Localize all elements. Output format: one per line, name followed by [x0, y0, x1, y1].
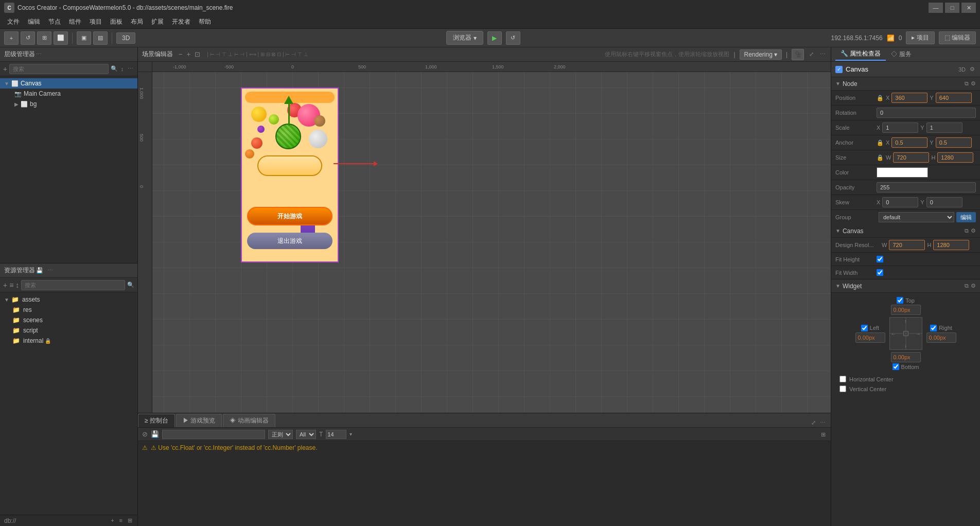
asset-item-res[interactable]: 📁 res — [0, 305, 137, 315]
anchor-x-input[interactable] — [891, 137, 927, 148]
tree-item-main-camera[interactable]: 📷 Main Camera — [0, 89, 137, 99]
tab-service[interactable]: ◇ 服务 — [886, 48, 916, 60]
tree-item-bg[interactable]: ▶ ⬜ bg — [0, 99, 137, 109]
hierarchy-search-input[interactable] — [9, 64, 108, 74]
zoom-out-icon[interactable]: − — [177, 50, 184, 58]
editor-button[interactable]: ⬚ 编辑器 — [939, 31, 976, 44]
asset-item-script[interactable]: 📁 script — [0, 325, 137, 336]
position-x-input[interactable] — [891, 93, 927, 103]
menu-edit[interactable]: 编辑 — [24, 16, 44, 28]
assets-more-icon[interactable]: ⋯ — [46, 266, 54, 275]
node-section-header[interactable]: ▼ Node ⧉ ⚙ — [831, 77, 980, 91]
canvas-section-settings-icon[interactable]: ⚙ — [971, 227, 976, 234]
node-section-copy-icon[interactable]: ⧉ — [965, 80, 969, 87]
rendering-button[interactable]: Rendering ▾ — [740, 49, 782, 60]
toolbar-3d-button[interactable]: 3D — [116, 32, 135, 44]
console-right-icon[interactable]: ⊞ — [820, 430, 827, 439]
menu-layout[interactable]: 布局 — [127, 16, 147, 28]
assets-bottom-list[interactable]: ≡ — [118, 516, 124, 525]
left-checkbox[interactable] — [861, 325, 868, 331]
node-active-checkbox[interactable]: ✓ — [835, 66, 843, 73]
design-h-input[interactable] — [933, 240, 969, 250]
top-input[interactable] — [891, 305, 921, 315]
toolbar-align-button[interactable]: ▤ — [93, 31, 108, 45]
console-regex-select[interactable]: 正则 — [268, 430, 293, 439]
start-game-button[interactable]: 开始游戏 — [247, 207, 332, 225]
canvas-section-copy-icon[interactable]: ⧉ — [965, 227, 969, 234]
left-input[interactable] — [855, 332, 885, 343]
group-select[interactable]: default — [879, 212, 954, 222]
hierarchy-add-button[interactable]: + — [3, 65, 7, 73]
position-y-input[interactable] — [936, 93, 972, 103]
toolbar-refresh-button[interactable]: ↺ — [21, 31, 35, 45]
horizontal-center-checkbox[interactable] — [839, 376, 846, 382]
color-swatch[interactable] — [877, 167, 928, 178]
bottom-input[interactable] — [891, 352, 921, 362]
menu-extend[interactable]: 扩展 — [147, 16, 168, 28]
menu-file[interactable]: 文件 — [3, 16, 24, 28]
browser-button[interactable]: 浏览器 ▾ — [446, 31, 483, 45]
menu-project[interactable]: 项目 — [85, 16, 106, 28]
vertical-center-checkbox[interactable] — [839, 385, 846, 392]
console-font-size-input[interactable] — [326, 430, 346, 439]
console-expand-icon[interactable]: ⤢ — [810, 418, 817, 427]
assets-search-input[interactable] — [21, 280, 125, 290]
widget-section-copy-icon[interactable]: ⧉ — [965, 283, 969, 289]
exit-game-button[interactable]: 退出游戏 — [247, 233, 332, 249]
anchor-lock-icon[interactable]: 🔒 — [877, 139, 884, 146]
zoom-fit-icon[interactable]: ⊡ — [193, 50, 202, 58]
fit-height-checkbox[interactable] — [877, 256, 883, 262]
maximize-button[interactable]: □ — [945, 3, 959, 13]
play-button[interactable]: ▶ — [487, 31, 502, 45]
tree-item-canvas[interactable]: ▼ ⬜ Canvas — [0, 78, 137, 89]
minimize-button[interactable]: — — [929, 3, 943, 13]
tab-inspector[interactable]: 🔧 属性检查器 — [835, 48, 886, 61]
toolbar-add-button[interactable]: + — [4, 31, 19, 45]
widget-section-settings-icon[interactable]: ⚙ — [971, 283, 976, 289]
scene-more-icon[interactable]: ⋯ — [819, 50, 827, 59]
top-checkbox[interactable] — [897, 297, 903, 304]
size-lock-icon[interactable]: 🔒 — [877, 154, 884, 161]
console-clear-button[interactable]: ⊘ — [142, 430, 148, 438]
console-font-dropdown[interactable]: ▾ — [349, 431, 352, 437]
zoom-in-icon[interactable]: + — [185, 50, 192, 58]
group-edit-button[interactable]: 编辑 — [956, 212, 976, 222]
assets-add-button[interactable]: + — [3, 281, 7, 289]
camera-toggle-button[interactable]: 🎥 — [792, 49, 804, 60]
scene-expand-icon[interactable]: ⤢ — [808, 50, 815, 59]
reload-button[interactable]: ↺ — [506, 31, 520, 45]
opacity-input[interactable] — [877, 182, 976, 192]
menu-component[interactable]: 组件 — [65, 16, 85, 28]
size-h-input[interactable] — [937, 152, 973, 163]
right-checkbox[interactable] — [930, 325, 937, 331]
toolbar-grid-button[interactable]: ⊞ — [37, 31, 51, 45]
asset-item-scenes[interactable]: 📁 scenes — [0, 315, 137, 325]
menu-node[interactable]: 节点 — [44, 16, 65, 28]
toolbar-snap-button[interactable]: ▣ — [77, 31, 91, 45]
hierarchy-search-icon[interactable]: 🔍 — [111, 65, 118, 72]
console-more-icon[interactable]: ⋯ — [819, 418, 827, 427]
console-filter-select[interactable]: All — [296, 430, 316, 439]
skew-y-input[interactable] — [926, 197, 962, 207]
assets-sort-button[interactable]: ≡ — [9, 281, 13, 289]
scene-viewport[interactable]: -1,000 -500 0 500 1,000 1,500 2,000 1,00… — [138, 62, 831, 413]
anchor-y-input[interactable] — [936, 137, 972, 148]
tab-console[interactable]: ≥ 控制台 — [138, 414, 175, 427]
hierarchy-sort-icon[interactable]: ↕ — [120, 65, 125, 73]
console-search-input[interactable] — [162, 430, 265, 439]
scale-x-input[interactable] — [882, 122, 918, 133]
tab-animation-editor[interactable]: ◈ 动画编辑器 — [223, 414, 275, 427]
hierarchy-more-icon[interactable]: ⋯ — [127, 64, 134, 73]
node-section-settings-icon[interactable]: ⚙ — [971, 80, 976, 87]
console-save-button[interactable]: 💾 — [151, 430, 159, 438]
inspector-settings-icon[interactable]: ⚙ — [969, 65, 976, 74]
position-lock-icon[interactable]: 🔒 — [877, 95, 884, 101]
assets-search-icon[interactable]: 🔍 — [127, 282, 134, 288]
skew-x-input[interactable] — [882, 197, 918, 207]
assets-sort2-button[interactable]: ↕ — [15, 281, 19, 289]
canvas-section-header[interactable]: ▼ Canvas ⧉ ⚙ — [831, 224, 980, 238]
assets-bottom-add[interactable]: + — [110, 516, 115, 525]
menu-panel[interactable]: 面板 — [106, 16, 127, 28]
menu-developer[interactable]: 开发者 — [168, 16, 195, 28]
asset-item-assets[interactable]: ▼ 📁 assets — [0, 294, 137, 305]
